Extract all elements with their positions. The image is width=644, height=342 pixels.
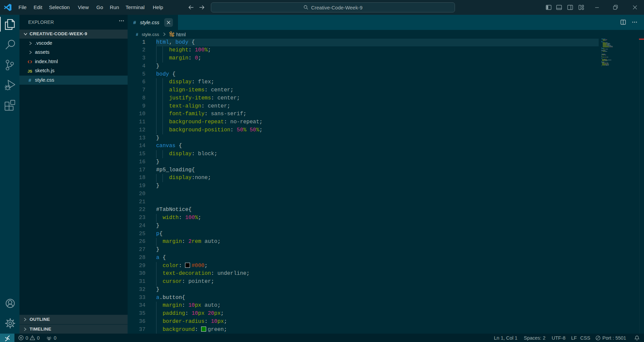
svg-text:#: # [29,78,31,83]
svg-text:JS: JS [28,69,32,73]
svg-text:#: # [136,32,138,37]
svg-text:#: # [133,19,136,25]
